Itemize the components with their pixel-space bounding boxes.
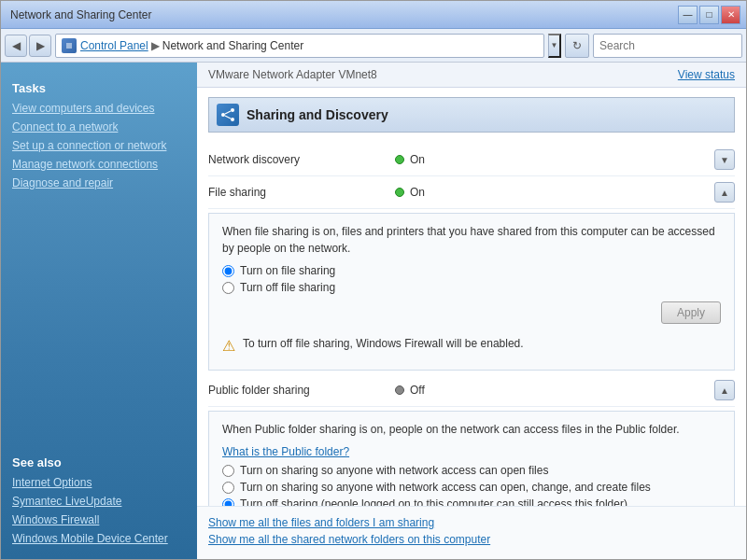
public-folder-expand-button[interactable]: ▲ [714,380,735,400]
search-box: 🔍 [593,34,742,58]
public-folder-expanded: When Public folder sharing is on, people… [208,411,735,506]
public-folder-status: Off [395,384,714,397]
network-discovery-row: Network discovery On ▼ [208,144,735,176]
breadcrumb-dropdown-button[interactable]: ▼ [548,34,561,58]
file-sharing-description: When file sharing is on, files and print… [222,223,721,257]
public-folder-radio-3[interactable] [222,498,234,507]
network-discovery-status: On [395,153,714,166]
tasks-title: Tasks [1,74,197,99]
file-sharing-radio-on[interactable] [222,265,234,277]
title-bar-buttons: — □ ✕ [678,6,740,24]
file-sharing-expanded: When file sharing is on, files and print… [208,213,735,371]
sidebar-item-connect-network[interactable]: Connect to a network [1,118,197,136]
file-sharing-warning: ⚠ To turn off file sharing, Windows Fire… [222,331,721,360]
address-bar: ◀ ▶ Control Panel ▶ Network and Sharing … [1,29,746,63]
content-panel: VMware Network Adapter VMnet8 View statu… [197,63,746,559]
adapter-name: VMware Network Adapter VMnet8 [208,68,377,81]
see-also-title: See also [1,448,197,473]
svg-point-2 [231,108,234,112]
file-sharing-option-off[interactable]: Turn off file sharing [222,281,721,294]
content-scroll: Sharing and Discovery Network discovery … [197,88,746,506]
svg-point-3 [231,118,234,121]
public-folder-link[interactable]: What is the Public folder? [222,445,721,458]
public-folder-option-2-label: Turn on sharing so anyone with network a… [240,481,651,494]
file-sharing-status: On [395,186,714,199]
sidebar: Tasks View computers and devices Connect… [1,63,197,559]
file-sharing-apply-button[interactable]: Apply [661,301,721,324]
breadcrumb-icon [62,38,77,53]
sidebar-item-setup-connection[interactable]: Set up a connection or network [1,136,197,155]
section-heading: Sharing and Discovery [208,97,735,133]
window-title: Network and Sharing Center [10,8,151,21]
svg-point-1 [221,113,225,117]
forward-button[interactable]: ▶ [29,35,51,57]
close-button[interactable]: ✕ [721,6,740,24]
search-input[interactable] [594,39,742,52]
file-sharing-row: File sharing On ▲ [208,176,735,209]
network-discovery-label: Network discovery [208,153,395,166]
public-folder-radio-2[interactable] [222,482,234,494]
content-header: VMware Network Adapter VMnet8 View statu… [197,63,746,88]
file-sharing-apply-row: Apply [222,301,721,324]
network-discovery-dot [395,155,404,164]
public-folder-status-text: Off [410,384,425,397]
svg-line-4 [225,111,231,114]
file-sharing-radio-off[interactable] [222,282,234,294]
public-folder-option-1[interactable]: Turn on sharing so anyone with network a… [222,464,721,477]
section-title: Sharing and Discovery [247,107,388,122]
file-sharing-dot [395,188,404,197]
warning-text: To turn off file sharing, Windows Firewa… [243,337,524,350]
sidebar-item-manage-connections[interactable]: Manage network connections [1,155,197,174]
file-sharing-option-on[interactable]: Turn on file sharing [222,264,721,277]
sidebar-item-windows-firewall[interactable]: Windows Firewall [1,511,197,529]
public-folder-option-2[interactable]: Turn on sharing so anyone with network a… [222,481,721,494]
breadcrumb: Control Panel ▶ Network and Sharing Cent… [55,34,544,58]
sidebar-item-symantec[interactable]: Symantec LiveUpdate [1,492,197,511]
public-folder-radio-1[interactable] [222,465,234,477]
file-sharing-expand-button[interactable]: ▲ [714,182,735,203]
view-status-link[interactable]: View status [678,68,735,81]
network-discovery-expand-button[interactable]: ▼ [714,149,735,170]
breadcrumb-part-2: Network and Sharing Center [162,39,303,52]
file-sharing-label: File sharing [208,186,395,199]
sidebar-item-diagnose[interactable]: Diagnose and repair [1,174,197,192]
warning-icon: ⚠ [222,337,235,355]
main-area: Tasks View computers and devices Connect… [1,63,746,559]
breadcrumb-separator: ▶ [151,39,160,52]
sidebar-item-view-computers[interactable]: View computers and devices [1,99,197,118]
show-network-folders-link[interactable]: Show me all the shared network folders o… [208,533,735,546]
file-sharing-option-off-label: Turn off file sharing [240,281,335,294]
show-files-link[interactable]: Show me all the files and folders I am s… [208,516,735,529]
main-window: Network and Sharing Center — □ ✕ ◀ ▶ Con… [0,0,747,560]
public-folder-dot [395,385,404,395]
public-folder-option-1-label: Turn on sharing so anyone with network a… [240,464,548,477]
svg-line-5 [225,116,231,119]
minimize-button[interactable]: — [678,6,698,24]
sharing-icon [217,104,239,126]
public-folder-description: When Public folder sharing is on, people… [222,421,721,438]
maximize-button[interactable]: □ [699,6,719,24]
title-bar: Network and Sharing Center — □ ✕ [1,1,746,29]
breadcrumb-part-1[interactable]: Control Panel [80,39,148,52]
refresh-button[interactable]: ↻ [565,34,589,58]
sidebar-item-windows-mobile[interactable]: Windows Mobile Device Center [1,529,197,548]
file-sharing-status-text: On [410,186,425,199]
back-button[interactable]: ◀ [5,35,27,57]
public-folder-option-3[interactable]: Turn off sharing (people logged on to th… [222,497,721,506]
public-folder-option-3-label: Turn off sharing (people logged on to th… [240,497,627,506]
sidebar-item-internet-options[interactable]: Internet Options [1,473,197,492]
file-sharing-option-on-label: Turn on file sharing [240,264,335,277]
nav-buttons: ◀ ▶ [5,35,51,57]
public-folder-row: Public folder sharing Off ▲ [208,374,735,407]
network-discovery-status-text: On [410,153,425,166]
public-folder-label: Public folder sharing [208,384,395,397]
bottom-links: Show me all the files and folders I am s… [197,506,746,559]
